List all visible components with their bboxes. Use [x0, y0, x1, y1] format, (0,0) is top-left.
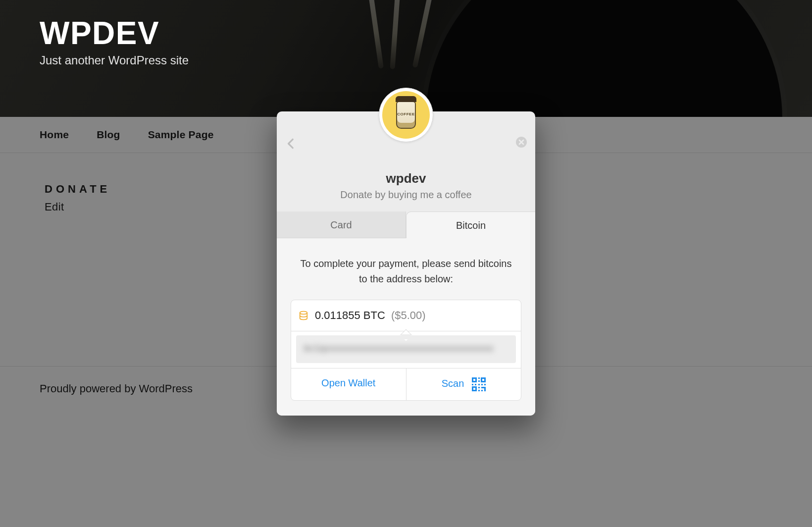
svg-rect-7 [473, 388, 475, 390]
svg-rect-11 [475, 384, 476, 385]
scan-button[interactable]: Scan [406, 368, 521, 400]
qr-icon [472, 377, 486, 391]
btc-address-text: bc1qxxxxxxxxxxxxxxxxxxxxxxxxxxxxxxxxxx [296, 335, 516, 362]
back-button[interactable] [285, 137, 299, 151]
close-button[interactable] [515, 136, 527, 148]
scan-label: Scan [442, 378, 464, 389]
svg-rect-16 [478, 390, 480, 391]
payment-tabs: Card Bitcoin [277, 211, 535, 238]
chevron-left-icon [285, 137, 298, 150]
svg-rect-3 [473, 379, 475, 381]
svg-rect-13 [481, 384, 483, 385]
coffee-jar-icon: COFFEE [382, 91, 430, 139]
svg-rect-18 [481, 390, 483, 391]
site-title[interactable]: WPDEV [40, 15, 189, 52]
avatar-label: COFFEE [397, 112, 415, 116]
coin-stack-icon [298, 310, 309, 321]
donation-subtitle: Donate by buying me a coffee [277, 189, 535, 201]
svg-rect-19 [484, 388, 486, 391]
svg-rect-8 [478, 377, 480, 379]
btc-address-field[interactable]: bc1qxxxxxxxxxxxxxxxxxxxxxxxxxxxxxxxxxx [296, 335, 516, 363]
svg-rect-17 [481, 387, 486, 388]
close-icon [515, 136, 527, 148]
svg-rect-15 [478, 387, 480, 388]
avatar: COFFEE [379, 88, 433, 142]
payment-instructions: To complete your payment, please send bi… [298, 256, 514, 287]
svg-rect-12 [478, 384, 480, 385]
amount-row: 0.011855 BTC ($5.00) [291, 300, 521, 331]
amount-fiat: ($5.00) [391, 309, 426, 322]
svg-point-1 [300, 312, 307, 315]
svg-rect-14 [484, 384, 486, 385]
svg-rect-10 [472, 384, 473, 385]
payment-card: 0.011855 BTC ($5.00) bc1qxxxxxxxxxxxxxxx… [291, 300, 521, 401]
tab-bitcoin[interactable]: Bitcoin [406, 211, 535, 238]
bitcoin-panel: To complete your payment, please send bi… [277, 238, 535, 416]
svg-rect-5 [482, 379, 484, 381]
open-wallet-button[interactable]: Open Wallet [291, 368, 406, 400]
amount-btc: 0.011855 BTC [315, 309, 385, 322]
recipient-name: wpdev [277, 171, 535, 186]
tab-card[interactable]: Card [277, 211, 406, 238]
donation-modal: COFFEE wpdev Donate by buying me a coffe… [277, 111, 535, 416]
site-tagline: Just another WordPress site [40, 53, 189, 67]
svg-rect-9 [478, 380, 480, 382]
page-root: WPDEV Just another WordPress site Home B… [0, 0, 812, 527]
